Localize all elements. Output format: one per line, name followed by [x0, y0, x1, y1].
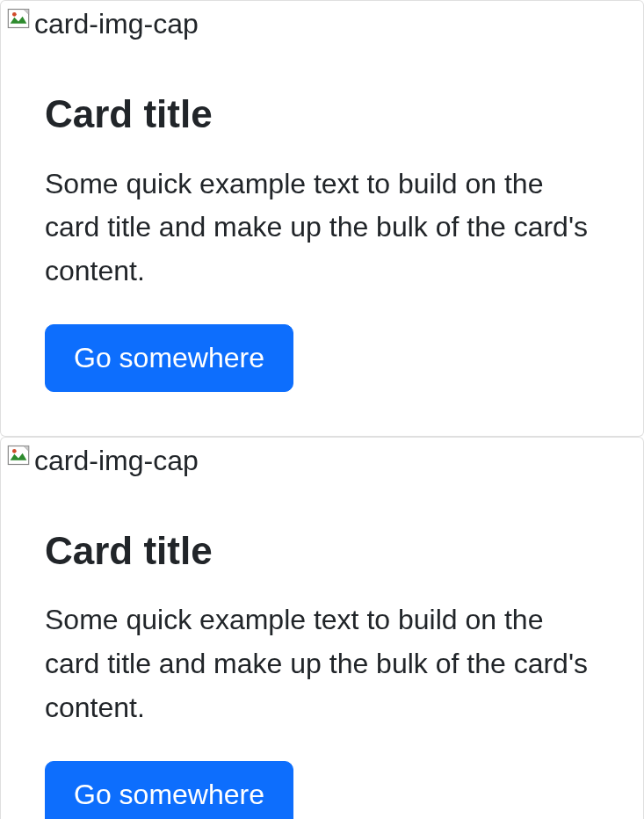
card-body: Card title Some quick example text to bu…: [1, 484, 643, 819]
card-body: Card title Some quick example text to bu…: [1, 47, 643, 436]
card-image-alt-text: card-img-cap: [34, 441, 199, 481]
card-image-broken: card-img-cap: [1, 1, 643, 47]
card-image-broken: card-img-cap: [1, 438, 643, 484]
svg-point-1: [12, 12, 17, 17]
card: card-img-cap Card title Some quick examp…: [0, 0, 644, 437]
card-title: Card title: [45, 91, 599, 138]
svg-point-3: [12, 449, 17, 453]
svg-rect-0: [8, 10, 28, 28]
go-somewhere-button[interactable]: Go somewhere: [45, 761, 293, 819]
go-somewhere-button[interactable]: Go somewhere: [45, 324, 293, 391]
card-title: Card title: [45, 528, 599, 575]
card-text: Some quick example text to build on the …: [45, 163, 599, 294]
card-image-alt-text: card-img-cap: [34, 4, 199, 44]
broken-image-icon: [4, 441, 33, 469]
card-text: Some quick example text to build on the …: [45, 598, 599, 729]
card: card-img-cap Card title Some quick examp…: [0, 437, 644, 819]
broken-image-icon: [4, 4, 33, 33]
svg-rect-2: [8, 446, 28, 464]
